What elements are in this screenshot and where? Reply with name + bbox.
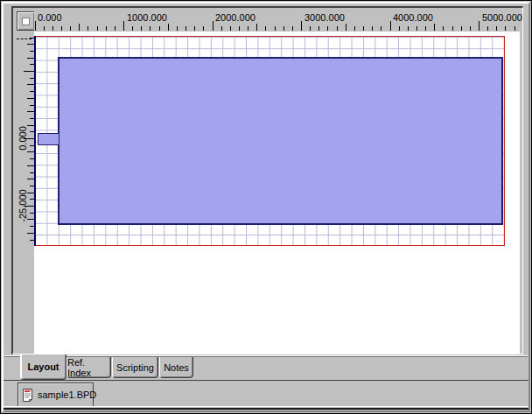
hruler-tick [177,26,178,31]
vruler-tick [27,233,34,234]
hruler-tick [61,26,62,31]
hruler-tick [301,21,302,31]
hruler-tick [496,26,497,31]
hruler-tick [194,26,195,31]
hruler-tick [275,26,276,31]
ruler-origin-button[interactable] [17,11,35,31]
hruler-tick [186,26,186,31]
hruler-tick [318,26,319,31]
hruler-tick [372,26,373,31]
z-axis-line [34,36,36,246]
vruler-tick [27,125,34,126]
hruler-tick [141,26,142,31]
hruler-tick [434,24,435,31]
hruler-tick [221,26,222,31]
vruler-tick [27,219,34,220]
hruler-tick [132,26,133,31]
hruler-tick [284,26,284,31]
hruler-tick [256,24,257,31]
tab-notes-label: Notes [164,362,189,373]
hruler-tick [79,24,80,31]
hruler-tick [97,26,98,31]
hruler-tick [150,26,150,31]
hruler-tick [310,26,311,31]
hruler-tick [337,26,338,31]
hruler-tick [292,26,293,31]
hruler-tick [443,26,444,31]
bottom-highlight-line [4,406,528,407]
ruler-origin-square [22,18,30,25]
hruler-tick [168,24,169,31]
tab-ref-index-label: Ref. Index [67,357,110,378]
vruler-top-dashes [17,39,32,39]
waveguide-segment[interactable] [58,57,503,225]
hruler-tick [248,26,248,31]
waveguide-input-port[interactable] [38,133,60,145]
hruler-tick [346,24,346,31]
vruler-tick [24,206,34,207]
hruler-tick [514,26,515,31]
hruler-tick [265,26,266,31]
tab-notes[interactable]: Notes [159,357,193,378]
hruler-label: 2000.000 [215,12,256,23]
hruler-tick [327,26,328,31]
vruler-tick [27,111,34,112]
bottom-shadow-line [4,408,528,410]
hruler-tick [505,26,506,31]
hruler-tick [390,21,391,31]
hruler-tick [452,26,453,31]
hruler-tick [470,26,471,31]
application-window: 0.000 1000.000 2000.000 3000.000 4000.00… [0,0,532,414]
hruler-tick [44,26,45,31]
hruler-tick [115,26,116,31]
hruler-tick [363,26,364,31]
hruler-tick [230,26,231,31]
horizontal-ruler: 0.000 1000.000 2000.000 3000.000 4000.00… [34,11,522,32]
vruler-tick [27,193,34,193]
hruler-tick [487,26,488,31]
file-tabstrip-line [4,380,528,381]
hruler-label: 5000.000 [482,12,522,23]
hruler-label: 4000.000 [393,12,433,23]
vertical-ruler: 0.000 -25.000 [17,32,34,351]
hruler-tick [461,26,462,31]
file-tab-sample1[interactable]: sample1.BPD [18,382,94,406]
tab-layout[interactable]: Layout [20,354,66,380]
tab-ref-index[interactable]: Ref. Index [66,357,111,378]
tab-scripting[interactable]: Scripting [112,357,158,378]
vruler-tick [27,165,34,166]
layout-view: 0.000 1000.000 2000.000 3000.000 4000.00… [11,6,523,354]
hruler-tick [52,26,53,31]
hruler-label: 1000.000 [127,12,167,23]
hruler-tick [106,26,107,31]
hruler-tick [381,26,382,31]
hruler-label: 3000.000 [304,12,345,23]
vruler-tick [27,151,34,152]
hruler-tick [425,26,426,31]
hruler-tick [354,26,355,31]
hruler-tick [479,21,480,31]
hruler-tick [88,26,88,31]
hruler-tick [203,26,204,31]
vruler-tick [27,98,34,99]
tab-layout-label: Layout [27,361,59,372]
hruler-label: 0.000 [38,12,62,23]
hruler-tick [416,26,417,31]
hruler-tick [123,21,124,31]
vruler-tick [24,71,34,72]
tab-scripting-label: Scripting [116,362,154,373]
hruler-tick [239,26,240,31]
hruler-tick [35,21,36,31]
vruler-tick [27,179,34,179]
vruler-tick [27,84,34,85]
hruler-tick [159,26,160,31]
drawing-canvas[interactable] [34,32,520,354]
vruler-tick [24,138,34,139]
doc-icon [22,389,33,402]
hruler-tick [399,26,400,31]
hruler-tick [213,21,214,31]
vruler-tick [27,44,34,45]
file-tab-label: sample1.BPD [38,389,96,400]
hruler-tick [70,26,71,31]
hruler-tick [408,26,409,31]
